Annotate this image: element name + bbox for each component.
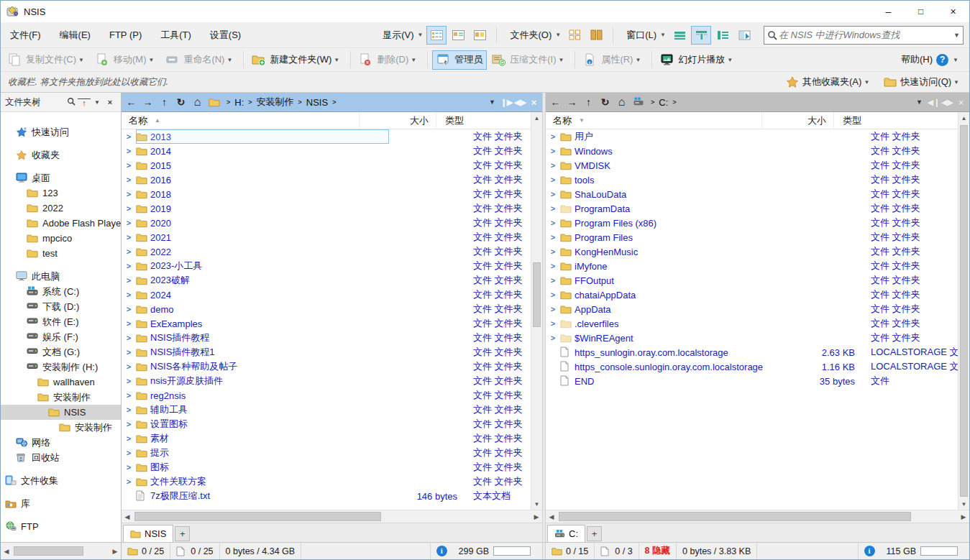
expand-chevron-icon[interactable]: >	[546, 290, 560, 299]
tree-item[interactable]: 此电脑	[1, 269, 121, 284]
expand-chevron-icon[interactable]: >	[122, 334, 136, 342]
chevron-down-icon[interactable]: ▼	[334, 57, 339, 63]
expand-chevron-icon[interactable]: >	[546, 247, 560, 256]
expand-chevron-icon[interactable]: >	[122, 233, 136, 242]
properties-button[interactable]: i 属性(R)▼	[580, 50, 647, 70]
sidebar-horizontal-scrollbar[interactable]: ◀ ▶	[1, 543, 122, 559]
column-size[interactable]: 大小	[359, 112, 436, 129]
chevron-down-icon[interactable]: ▼	[411, 57, 416, 63]
file-row[interactable]: 7z极限压缩.txt146 bytes文本文档	[122, 489, 531, 503]
file-row[interactable]: END35 bytes文件2024/6/1	[546, 374, 958, 388]
expand-chevron-icon[interactable]: >	[122, 262, 136, 270]
breadcrumb-part[interactable]: H:	[234, 97, 244, 108]
expand-chevron-icon[interactable]: >	[122, 319, 136, 328]
expand-chevron-icon[interactable]: >	[546, 276, 560, 285]
file-row[interactable]: >VMDISK文件 文件夹昨	[546, 158, 958, 173]
file-row[interactable]: >2013文件 文件夹	[122, 129, 531, 144]
expand-chevron-icon[interactable]: >	[546, 190, 560, 198]
copy-button[interactable]: 复制文件(C)▼	[4, 50, 91, 70]
expand-chevron-icon[interactable]: >	[122, 405, 136, 414]
file-row[interactable]: >2022文件 文件夹	[122, 244, 531, 259]
file-row[interactable]: >iMyfone文件 文件夹星期	[546, 259, 958, 273]
file-row[interactable]: >NSIS插件教程文件 文件夹	[122, 331, 531, 345]
file-row[interactable]: >2021文件 文件夹	[122, 230, 531, 244]
view-details-button[interactable]	[426, 26, 447, 45]
scroll-down-icon[interactable]: ▼	[958, 498, 969, 510]
tree-item[interactable]: 娱乐 (F:)	[1, 329, 121, 344]
expand-chevron-icon[interactable]: >	[546, 233, 560, 242]
vertical-scrollbar[interactable]: ▲ ▼	[958, 112, 969, 510]
file-row[interactable]: >ProgramData文件 文件夹今	[546, 201, 958, 216]
tree-item[interactable]: 桌面	[1, 170, 121, 185]
file-row[interactable]: >AppData文件 文件夹2024/4/1	[546, 302, 958, 316]
chevron-down-icon[interactable]: ▼	[953, 57, 958, 63]
close-panel-icon[interactable]: ×	[104, 98, 116, 106]
layout-list-button[interactable]	[713, 26, 733, 45]
close-pane-icon[interactable]: ×	[954, 97, 968, 108]
file-row[interactable]: >2023-小工具文件 文件夹	[122, 259, 531, 273]
expand-chevron-icon[interactable]: >	[122, 132, 136, 141]
menu-file[interactable]: 文件(F)	[1, 22, 50, 47]
chevron-down-icon[interactable]: ▼	[489, 98, 495, 106]
file-row[interactable]: >NSIS各种帮助及帖子文件 文件夹	[122, 359, 531, 374]
tree-item[interactable]: 软件 (E:)	[1, 314, 121, 329]
chevron-down-icon[interactable]: ▼	[227, 57, 232, 63]
info-icon[interactable]: i	[436, 546, 447, 556]
expand-chevron-icon[interactable]: >	[546, 334, 560, 342]
tree-item[interactable]: FTP	[1, 519, 121, 534]
tree-item[interactable]: 安装制作	[1, 390, 121, 405]
file-row[interactable]: >素材文件 文件夹	[122, 431, 531, 446]
chevron-down-icon[interactable]: ▼	[558, 57, 564, 63]
expand-chevron-icon[interactable]: >	[122, 147, 136, 155]
tree-item[interactable]: 安装制作 (H:)	[1, 359, 121, 375]
file-row[interactable]: >2014文件 文件夹	[122, 144, 531, 158]
expand-chevron-icon[interactable]: >	[122, 362, 136, 371]
up-icon[interactable]: ↑	[580, 96, 597, 108]
display-menu[interactable]: 显示(V)	[383, 29, 413, 42]
expand-chevron-icon[interactable]: >	[122, 161, 136, 170]
menu-edit[interactable]: 编辑(E)	[50, 22, 100, 47]
expand-chevron-icon[interactable]: >	[122, 219, 136, 227]
tree-item[interactable]: 文档 (G:)	[1, 344, 121, 359]
expand-chevron-icon[interactable]: >	[546, 262, 560, 270]
file-row[interactable]: >文件关联方案文件 文件夹	[122, 474, 531, 489]
chevron-down-icon[interactable]: ▼	[727, 57, 733, 63]
expand-chevron-icon[interactable]: >	[122, 247, 136, 256]
file-row[interactable]: >用户文件 文件夹2024/5/2	[546, 129, 958, 144]
file-row[interactable]: >Windows文件 文件夹今	[546, 144, 958, 158]
maximize-button[interactable]: □	[905, 1, 937, 22]
compress-button[interactable]: 压缩文件(I)▼	[488, 50, 570, 70]
layout-tree-button[interactable]	[734, 26, 754, 45]
expand-chevron-icon[interactable]: >	[546, 305, 560, 313]
menu-settings[interactable]: 设置(S)	[201, 22, 250, 47]
tree-item[interactable]: 回收站	[1, 450, 121, 465]
swap-panes-icon[interactable]: ◀▶	[513, 98, 527, 107]
file-row[interactable]: >reg2nsis文件 文件夹	[122, 388, 531, 403]
forward-icon[interactable]: →	[139, 96, 156, 108]
move-button[interactable]: 移动(M)▼	[92, 50, 160, 70]
view-icons-button[interactable]	[470, 26, 490, 45]
menu-tools[interactable]: 工具(T)	[151, 22, 201, 47]
tree-item[interactable]: 网络	[1, 435, 121, 450]
back-icon[interactable]: ←	[123, 96, 139, 108]
file-row[interactable]: >2018文件 文件夹	[122, 187, 531, 201]
layout-horizontal-button[interactable]	[669, 26, 690, 45]
chevron-down-icon[interactable]: ▼	[418, 32, 424, 38]
scroll-to-top-icon[interactable]: ↑	[78, 98, 91, 106]
close-button[interactable]: ×	[937, 1, 969, 22]
tree-item[interactable]: Adobe Flash Player	[1, 216, 121, 231]
chevron-down-icon[interactable]: ▼	[148, 57, 154, 63]
chevron-down-icon[interactable]: ▼	[555, 32, 561, 38]
chevron-down-icon[interactable]: ▼	[953, 79, 959, 86]
tree-item[interactable]: 安装制作	[1, 420, 121, 435]
scroll-left-icon[interactable]: ◀	[546, 513, 557, 520]
file-row[interactable]: >.cleverfiles文件 文件夹2024/4/	[546, 316, 958, 331]
column-type[interactable]: 类型	[436, 112, 528, 129]
expand-chevron-icon[interactable]: >	[122, 463, 136, 472]
quick-access-button[interactable]: 快速访问(Q) ▼	[884, 75, 962, 88]
scroll-right-icon[interactable]: ▶	[531, 513, 542, 520]
expand-chevron-icon[interactable]: >	[122, 434, 136, 443]
expand-chevron-icon[interactable]: >	[122, 276, 136, 285]
admin-button[interactable]: 管理员	[432, 50, 487, 70]
help-button[interactable]: 帮助(H) ? ▼	[897, 50, 965, 70]
